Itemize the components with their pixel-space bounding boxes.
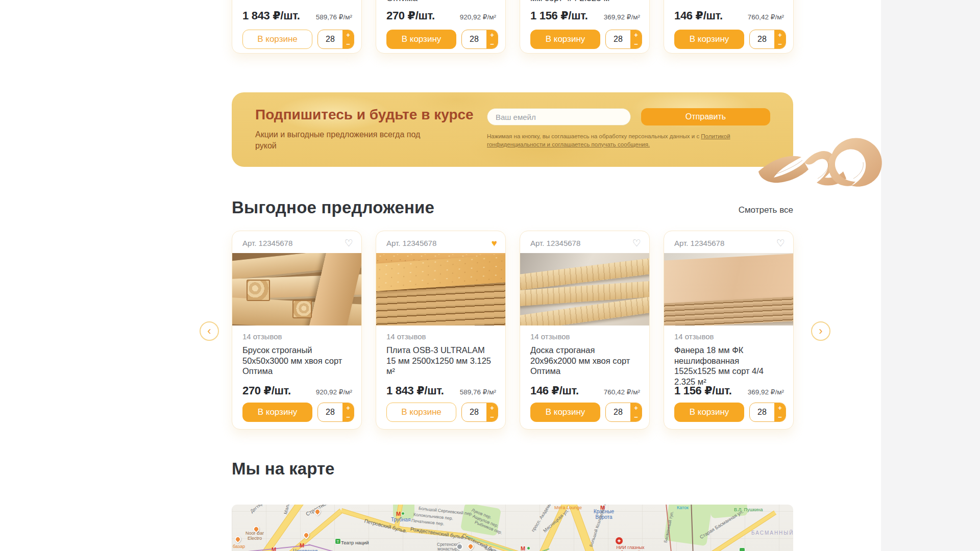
favorite-heart-icon[interactable]: ♡ xyxy=(776,238,785,248)
quantity-decrease-button[interactable]: − xyxy=(774,39,786,48)
add-to-cart-button[interactable]: В корзину xyxy=(674,403,744,422)
add-to-cart-button[interactable]: В корзину xyxy=(242,403,312,422)
price-row: 1 843 ₽/шт. 589,76 ₽/м² xyxy=(386,384,496,397)
quantity-stepper[interactable]: 28 + − xyxy=(749,30,786,49)
price-row: 1 156 ₽/шт. 369,92 ₽/м² xyxy=(530,9,640,22)
metro-station-icon[interactable]: М xyxy=(272,546,276,551)
reviews-count[interactable]: 14 отзывов xyxy=(232,325,361,341)
quantity-value[interactable]: 28 xyxy=(606,30,630,48)
quantity-increase-button[interactable]: + xyxy=(486,30,498,39)
quantity-value[interactable]: 28 xyxy=(462,403,486,421)
carousel-prev-button[interactable]: ‹ xyxy=(200,321,219,341)
quantity-value[interactable]: 28 xyxy=(318,30,342,48)
add-to-cart-button[interactable]: В корзину xyxy=(674,30,744,49)
product-card[interactable]: Арт. 12345678 ♡ 14 отзывов Брусок строга… xyxy=(232,231,362,430)
quantity-decrease-button[interactable]: − xyxy=(774,412,786,421)
reviews-count[interactable]: 14 отзывов xyxy=(520,325,649,341)
quantity-value[interactable]: 28 xyxy=(750,30,774,48)
product-price-per-m2: 589,76 ₽/м² xyxy=(460,388,496,396)
map-label: Театр наций xyxy=(341,540,369,545)
quantity-value[interactable]: 28 xyxy=(318,403,342,421)
article-number: Арт. 12345678 xyxy=(530,239,580,247)
product-price: 270 ₽/шт. xyxy=(242,384,291,397)
price-row: 146 ₽/шт. 760,42 ₽/м² xyxy=(530,384,640,397)
quantity-value[interactable]: 28 xyxy=(750,403,774,421)
quantity-decrease-button[interactable]: − xyxy=(342,39,354,48)
quantity-stepper[interactable]: 28 + − xyxy=(749,403,786,422)
quantity-decrease-button[interactable]: − xyxy=(342,412,354,421)
metro-station-icon[interactable]: М xyxy=(600,505,605,511)
quantity-decrease-button[interactable]: − xyxy=(486,412,498,421)
quantity-increase-button[interactable]: + xyxy=(774,30,786,39)
product-card[interactable]: 1 843 ₽/шт. 589,76 ₽/м² В корзине 28 + − xyxy=(232,0,362,54)
map-poi-icon[interactable] xyxy=(456,543,463,550)
product-card[interactable]: мм сорт 4/4 2.325 м² 1 156 ₽/шт. 369,92 … xyxy=(520,0,650,54)
quantity-increase-button[interactable]: + xyxy=(342,403,354,412)
map-poi-icon[interactable] xyxy=(401,512,405,515)
map-label: Каток xyxy=(677,506,689,511)
quantity-increase-button[interactable]: + xyxy=(486,403,498,412)
reviews-count[interactable]: 14 отзывов xyxy=(664,325,793,341)
add-to-cart-button[interactable]: В корзину xyxy=(386,30,456,49)
metro-station-icon[interactable]: М xyxy=(521,545,525,551)
product-card[interactable]: Арт. 12345678 ♡ 14 отзывов Доска строган… xyxy=(520,231,650,430)
product-card[interactable]: 146 ₽/шт. 760,42 ₽/м² В корзину 28 + − xyxy=(664,0,794,54)
map-poi-icon[interactable] xyxy=(739,547,745,551)
reviews-count[interactable]: 14 отзывов xyxy=(376,325,505,341)
city-map[interactable]: Дегтярный пер.Малая ДмитровкаNoor Bar El… xyxy=(232,505,793,551)
add-to-cart-button[interactable]: В корзину xyxy=(530,30,600,49)
in-cart-button[interactable]: В корзине xyxy=(386,403,456,422)
quantity-value[interactable]: 28 xyxy=(462,30,486,48)
product-card[interactable]: Оптима 270 ₽/шт. 920,92 ₽/м² В корзину 2… xyxy=(376,0,506,54)
map-poi-icon[interactable] xyxy=(234,535,242,544)
product-title[interactable]: Плита OSB-3 ULTRALAM 15 мм 2500х1250 мм … xyxy=(376,341,505,377)
product-price-per-m2: 760,42 ₽/м² xyxy=(604,388,640,396)
favorite-heart-icon[interactable]: ♥ xyxy=(492,238,497,248)
email-input[interactable] xyxy=(487,108,631,126)
product-image xyxy=(520,253,649,325)
quantity-stepper[interactable]: 28 + − xyxy=(605,403,642,422)
deals-section-title: Выгодное предложение xyxy=(232,198,434,217)
product-card[interactable]: Арт. 12345678 ♥ 14 отзывов Плита OSB-3 U… xyxy=(376,231,506,430)
page-background-strip xyxy=(881,0,980,551)
add-to-cart-button[interactable]: В корзину xyxy=(530,403,600,422)
map-poi-icon[interactable]: ✚ xyxy=(616,537,623,544)
quantity-increase-button[interactable]: + xyxy=(342,30,354,39)
quantity-decrease-button[interactable]: − xyxy=(486,39,498,48)
quantity-stepper[interactable]: 28 + − xyxy=(461,403,498,422)
metro-station-icon[interactable]: М xyxy=(300,542,304,548)
favorite-heart-icon[interactable]: ♡ xyxy=(632,238,641,248)
quantity-decrease-button[interactable]: − xyxy=(630,412,642,421)
quantity-stepper[interactable]: 28 + − xyxy=(317,403,354,422)
map-pins-layer: МММММ✚Т xyxy=(232,505,793,551)
quantity-stepper[interactable]: 28 + − xyxy=(317,30,354,49)
map-poi-icon[interactable] xyxy=(527,546,530,550)
quantity-decrease-button[interactable]: − xyxy=(630,39,642,48)
quantity-increase-button[interactable]: + xyxy=(774,403,786,412)
product-image xyxy=(664,253,793,325)
price-row: 270 ₽/шт. 920,92 ₽/м² xyxy=(386,9,496,22)
quantity-increase-button[interactable]: + xyxy=(630,30,642,39)
product-price-per-m2: 920,92 ₽/м² xyxy=(316,388,352,396)
subscribe-submit-button[interactable]: Отправить xyxy=(641,108,770,126)
quantity-value[interactable]: 28 xyxy=(606,403,630,421)
carousel-next-button[interactable]: › xyxy=(811,321,830,341)
map-section-title: Мы на карте xyxy=(232,459,334,479)
quantity-stepper[interactable]: 28 + − xyxy=(605,30,642,49)
price-row: 1 156 ₽/шт. 369,92 ₽/м² xyxy=(674,384,784,397)
see-all-link[interactable]: Смотреть все xyxy=(717,205,793,215)
subscribe-legal-text: Нажимая на кнопку, вы соглашаетесь на об… xyxy=(487,133,770,148)
quantity-increase-button[interactable]: + xyxy=(630,403,642,412)
favorite-heart-icon[interactable]: ♡ xyxy=(345,238,353,248)
in-cart-button[interactable]: В корзине xyxy=(242,30,312,49)
map-poi-icon[interactable]: Т xyxy=(335,538,341,544)
map-poi-icon[interactable] xyxy=(302,531,311,540)
product-title[interactable]: Брусок строганый 50х50х3000 мм хвоя сорт… xyxy=(232,341,361,377)
metro-station-icon[interactable]: М xyxy=(396,511,401,517)
product-price-per-m2: 920,92 ₽/м² xyxy=(460,13,496,21)
product-title[interactable]: Фанера 18 мм ФК нешлифованная 1525х1525 … xyxy=(664,341,793,387)
product-title[interactable]: Доска строганая 20х96х2000 мм хвоя сорт … xyxy=(520,341,649,377)
quantity-stepper[interactable]: 28 + − xyxy=(461,30,498,49)
product-image xyxy=(376,253,505,325)
product-card[interactable]: Арт. 12345678 ♡ 14 отзывов Фанера 18 мм … xyxy=(664,231,794,430)
